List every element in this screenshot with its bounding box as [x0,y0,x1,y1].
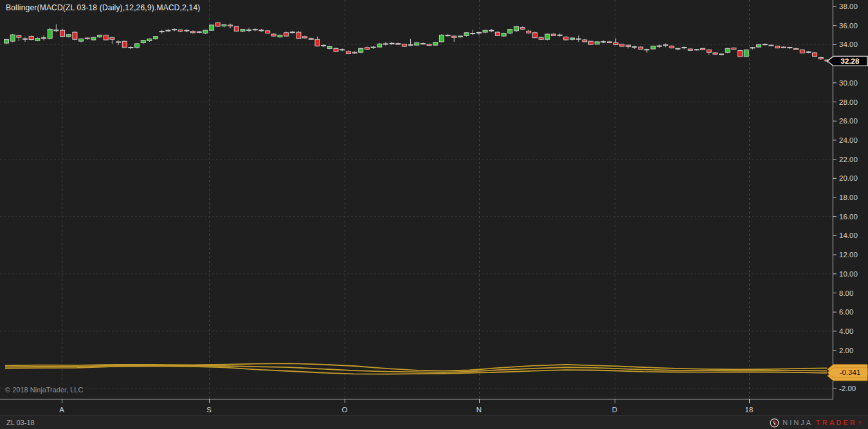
candle [781,47,786,48]
indicator-label[interactable]: Bollinger(MACD(ZL 03-18 (Daily),12,26,9)… [6,3,201,12]
candle [476,32,481,33]
candle [527,31,531,33]
candle [390,43,394,44]
price-tick-label: 36.00 [839,22,858,30]
candle [570,38,574,39]
candle [104,35,108,40]
candle [359,48,363,52]
candle [259,30,264,31]
candle [620,44,624,46]
candle [154,37,158,39]
candle [645,50,649,50]
candle [66,35,71,37]
candle [135,44,140,48]
price-tick-label: 24.00 [839,136,858,144]
time-tick-label: N [476,406,482,414]
candle [763,44,767,45]
last-price-marker: 32.28 [827,56,867,66]
candle [42,38,46,39]
candle [334,48,338,51]
status-bar: ZL 03-18 NINJATRADER® [0,415,868,429]
brand-registered: ® [858,421,862,425]
candle [253,30,257,30]
candle [309,39,313,39]
candle [60,30,65,36]
price-tick-label: 14.00 [839,232,858,239]
candle [788,48,792,48]
candle [514,26,518,31]
price-tick-label: 20.00 [839,174,858,182]
candle [73,32,77,39]
candle [284,33,289,36]
candle [191,32,195,33]
candle [327,46,332,48]
candle [110,37,114,39]
last-price-label: 32.28 [841,57,860,65]
candle [290,32,294,33]
candle [166,30,170,31]
candle [495,32,500,35]
candle [91,37,96,40]
candle [502,33,506,36]
candle [85,38,89,39]
candle [464,33,469,35]
candle [713,53,718,54]
candle [271,34,276,36]
indicator-value-marker: -0.341 [827,365,867,381]
candle [794,48,799,50]
candle [452,36,457,37]
candle [415,42,419,45]
candle [141,41,145,43]
instrument-tab[interactable]: ZL 03-18 [6,419,35,426]
candle [601,42,606,42]
candle [750,48,755,48]
price-tick-label: 8.00 [839,289,853,297]
ninjatrader-logo-icon [770,418,779,428]
candle [664,45,668,46]
candle [203,30,208,33]
candle [800,50,804,53]
candle [732,48,736,50]
candle [738,51,743,57]
candle [701,48,705,50]
price-tick-label: 28.00 [839,98,858,106]
price-tick-label: -2.00 [839,385,856,392]
candle [234,26,239,31]
candle [564,37,568,40]
candle [147,39,152,41]
price-tick-label: 34.00 [839,41,858,48]
price-tick-label: 30.00 [839,79,858,87]
candle [471,33,475,34]
candle [383,44,388,44]
candle [632,47,637,48]
candle [583,40,587,42]
candle [228,25,233,26]
candle [676,48,680,49]
candle [23,39,28,39]
candle [29,36,33,39]
candle [215,23,220,26]
candle [178,30,183,31]
candle [719,54,724,55]
candle [296,32,301,39]
price-tick-label: 38.00 [839,3,858,10]
candle [266,31,270,33]
copyright-text: © 2018 NinjaTrader, LLC [5,386,83,394]
price-tick-label: 4.00 [839,327,853,335]
candle [396,44,401,44]
price-tick-label: 26.00 [839,117,858,125]
candle [402,44,406,46]
vertical-gridlines [62,0,750,399]
candle [439,35,444,42]
candle [557,35,562,35]
candle [489,30,494,31]
chart-canvas[interactable]: 38.0036.0034.0030.0028.0026.0024.0022.00… [0,0,868,429]
candle [5,40,9,43]
time-axis[interactable]: ASOND18 [0,399,833,414]
candle [638,47,643,49]
candle [769,45,773,46]
time-tick-label: S [206,406,212,414]
price-tick-label: 6.00 [839,308,853,316]
candle [340,50,345,50]
candle [520,28,525,30]
